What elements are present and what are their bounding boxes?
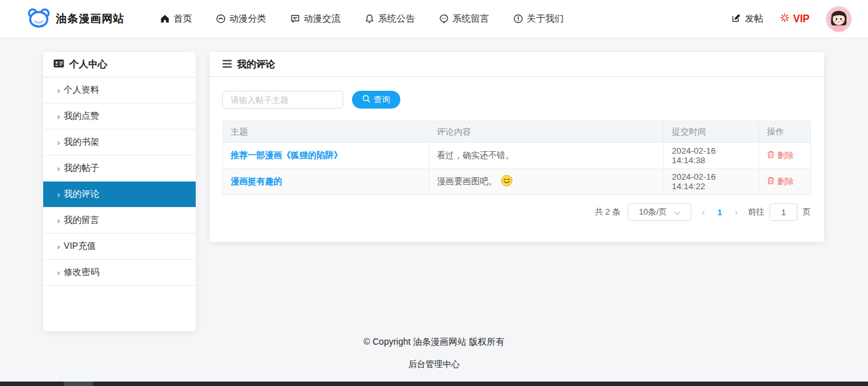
smiley-emoji-icon (501, 175, 513, 189)
trash-icon (767, 176, 775, 187)
info-icon (513, 14, 523, 23)
header-topic: 主题 (223, 121, 430, 143)
home-icon (160, 14, 170, 23)
id-card-icon (53, 59, 64, 70)
chevron-down-icon (674, 208, 681, 217)
user-avatar[interactable] (826, 6, 851, 32)
message-round-icon (439, 14, 449, 23)
table-header-row: 主题 评论内容 提交时间 操作 (223, 121, 811, 143)
header-actions: 操作 (759, 121, 811, 143)
nav-right-actions: 发帖 VIP (731, 6, 851, 32)
sidebar-item-comments[interactable]: ›我的评论 (43, 182, 196, 208)
trash-icon (767, 150, 775, 161)
sidebar-item-guestbook[interactable]: ›我的留言 (43, 208, 196, 234)
admin-center-link[interactable]: 后台管理中心 (0, 359, 868, 370)
header-time: 提交时间 (664, 121, 759, 143)
topic-search-input[interactable] (222, 91, 343, 109)
topic-link[interactable]: 推荐一部漫画《狐狸的陷阱》 (231, 150, 342, 160)
total-count-label: 共 2 条 (595, 206, 620, 218)
sidebar-item-bookshelf[interactable]: ›我的书架 (43, 130, 196, 156)
sparkle-icon (780, 13, 790, 25)
topic-link[interactable]: 漫画挺有趣的 (231, 176, 282, 186)
chevron-right-icon: › (57, 112, 60, 121)
top-navbar: 油条漫画网站 首页 动漫分类 动漫交流 系统公告 (0, 0, 868, 38)
page-number-1[interactable]: 1 (715, 208, 724, 217)
search-icon (362, 95, 370, 105)
bell-icon (365, 14, 374, 23)
comments-table: 主题 评论内容 提交时间 操作 推荐一部漫画《狐狸的陷阱》 看过，确实还不错。 … (222, 121, 811, 195)
prev-page-button[interactable]: ‹ (699, 207, 707, 217)
edit-icon (731, 13, 741, 25)
footer: © Copyright 油条漫画网站 版权所有 后台管理中心 (0, 336, 868, 370)
category-icon (216, 14, 226, 23)
chevron-right-icon: › (57, 242, 60, 251)
nav-item-exchange[interactable]: 动漫交流 (290, 13, 341, 25)
copyright-text: © Copyright 油条漫画网站 版权所有 (0, 336, 868, 348)
sidebar-item-change-password[interactable]: ›修改密码 (43, 260, 196, 286)
taskbar-edge (0, 382, 868, 386)
submit-time: 2024-02-16 14:14:38 (672, 146, 715, 165)
search-row: 查询 (222, 91, 400, 109)
chevron-right-icon: › (57, 138, 60, 147)
submit-time: 2024-02-16 14:14:22 (672, 172, 715, 191)
goto-page-input[interactable] (770, 203, 797, 221)
chat-square-icon (290, 14, 300, 23)
my-comments-panel: 我的评论 查询 主题 评论内容 提交时间 操作 推荐一部漫画《狐狸的陷阱》 看过… (210, 52, 824, 242)
nav-item-categories[interactable]: 动漫分类 (216, 13, 266, 25)
taskbar-item-highlight (64, 382, 93, 386)
page-size-select[interactable]: 10条/页 (628, 203, 691, 221)
panel-title: 我的评论 (237, 58, 275, 70)
sidebar-item-posts[interactable]: ›我的帖子 (43, 156, 196, 182)
nav-item-messages[interactable]: 系统留言 (439, 13, 489, 25)
create-post-button[interactable]: 发帖 (731, 13, 763, 25)
pagination: 共 2 条 10条/页 ‹ 1 › 前往 页 (595, 203, 811, 221)
sidebar-item-likes[interactable]: ›我的点赞 (43, 103, 196, 130)
chevron-right-icon: › (57, 86, 60, 95)
site-title: 油条漫画网站 (56, 11, 125, 26)
delete-button[interactable]: 删除 (767, 176, 803, 187)
chevron-right-icon: › (57, 190, 60, 199)
table-row: 漫画挺有趣的 漫画要画图吧。 2024-02-16 14:14:22 (223, 169, 811, 195)
page-suffix-label: 页 (803, 206, 811, 218)
sidebar-item-vip-recharge[interactable]: ›VIP充值 (43, 234, 196, 260)
table-row: 推荐一部漫画《狐狸的陷阱》 看过，确实还不错。 2024-02-16 14:14… (223, 143, 811, 169)
sidebar-item-profile[interactable]: ›个人资料 (43, 77, 196, 103)
brand[interactable]: 油条漫画网站 (27, 8, 125, 30)
nav-menu: 首页 动漫分类 动漫交流 系统公告 系统留言 (160, 13, 564, 25)
comment-content: 看过，确实还不错。 (437, 150, 515, 160)
nav-item-about[interactable]: 关于我们 (513, 13, 564, 25)
chevron-right-icon: › (57, 164, 60, 173)
bear-logo-icon (27, 8, 51, 30)
goto-label: 前往 (748, 206, 764, 218)
sidebar-header: 个人中心 (43, 52, 196, 77)
header-content: 评论内容 (429, 121, 664, 143)
search-button[interactable]: 查询 (352, 91, 400, 109)
next-page-button[interactable]: › (732, 207, 740, 217)
nav-item-home[interactable]: 首页 (160, 13, 192, 25)
delete-button[interactable]: 删除 (767, 150, 803, 161)
sidebar-title: 个人中心 (69, 58, 107, 70)
panel-header: 我的评论 (210, 52, 824, 77)
vip-button[interactable]: VIP (780, 13, 810, 25)
menu-icon (222, 59, 232, 70)
nav-item-announcements[interactable]: 系统公告 (365, 13, 415, 25)
personal-center-sidebar: 个人中心 ›个人资料 ›我的点赞 ›我的书架 ›我的帖子 ›我的评论 ›我的留言… (43, 52, 196, 331)
chevron-right-icon: › (57, 268, 60, 277)
chevron-right-icon: › (57, 216, 60, 225)
comment-content: 漫画要画图吧。 (437, 176, 498, 187)
